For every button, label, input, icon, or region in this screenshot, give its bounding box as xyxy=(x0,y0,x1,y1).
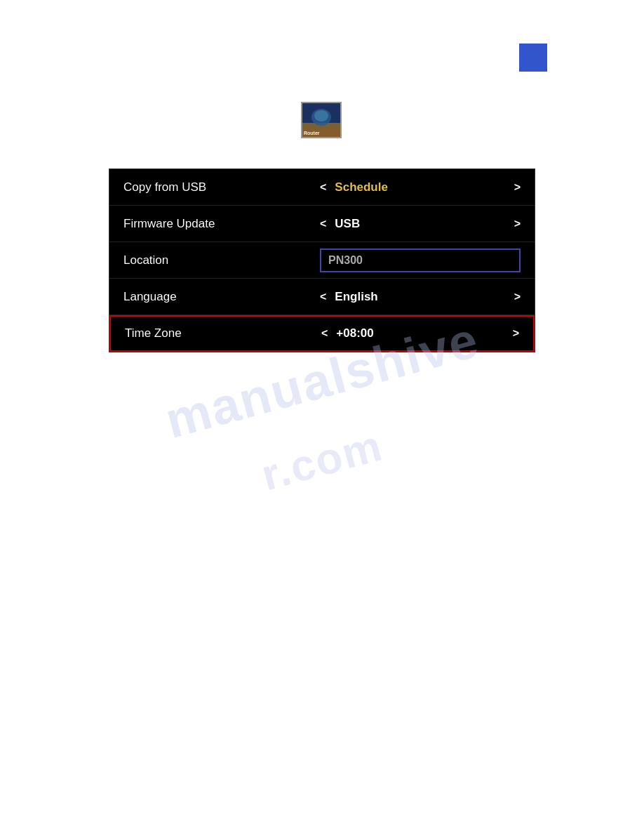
device-icon-label: Router xyxy=(304,131,320,135)
copy-from-usb-value: Schedule xyxy=(335,180,505,194)
watermark-line2: r.com xyxy=(256,421,388,501)
language-left-arrow[interactable]: < xyxy=(320,291,326,303)
firmware-update-controls: < USB > xyxy=(320,217,521,231)
menu-row-time-zone[interactable]: Time Zone < +08:00 > xyxy=(109,315,535,352)
svg-point-3 xyxy=(314,110,328,121)
device-icon-area: Router xyxy=(301,102,343,140)
time-zone-controls: < +08:00 > xyxy=(321,326,519,340)
copy-from-usb-left-arrow[interactable]: < xyxy=(320,181,326,194)
menu-row-location: Location PN300 xyxy=(109,242,535,279)
firmware-update-label: Firmware Update xyxy=(123,217,320,231)
firmware-update-value: USB xyxy=(335,217,505,231)
copy-from-usb-label: Copy from USB xyxy=(123,180,320,194)
blue-square-indicator xyxy=(519,44,547,72)
location-value[interactable]: PN300 xyxy=(320,249,521,272)
menu-row-firmware-update: Firmware Update < USB > xyxy=(109,206,535,242)
device-icon: Router xyxy=(301,102,342,138)
language-right-arrow[interactable]: > xyxy=(514,291,521,303)
copy-from-usb-controls: < Schedule > xyxy=(320,180,521,194)
language-controls: < English > xyxy=(320,290,521,304)
menu-row-language: Language < English > xyxy=(109,279,535,315)
time-zone-left-arrow[interactable]: < xyxy=(321,327,328,340)
time-zone-right-arrow[interactable]: > xyxy=(513,327,519,340)
language-value: English xyxy=(335,290,505,304)
language-label: Language xyxy=(123,290,320,304)
firmware-update-right-arrow[interactable]: > xyxy=(514,218,521,230)
copy-from-usb-right-arrow[interactable]: > xyxy=(514,181,521,194)
time-zone-label: Time Zone xyxy=(125,326,321,340)
firmware-update-left-arrow[interactable]: < xyxy=(320,218,326,230)
location-label: Location xyxy=(123,253,320,267)
location-controls: PN300 xyxy=(320,249,521,272)
time-zone-value: +08:00 xyxy=(336,326,504,340)
settings-menu: Copy from USB < Schedule > Firmware Upda… xyxy=(109,168,535,352)
menu-row-copy-from-usb: Copy from USB < Schedule > xyxy=(109,169,535,206)
